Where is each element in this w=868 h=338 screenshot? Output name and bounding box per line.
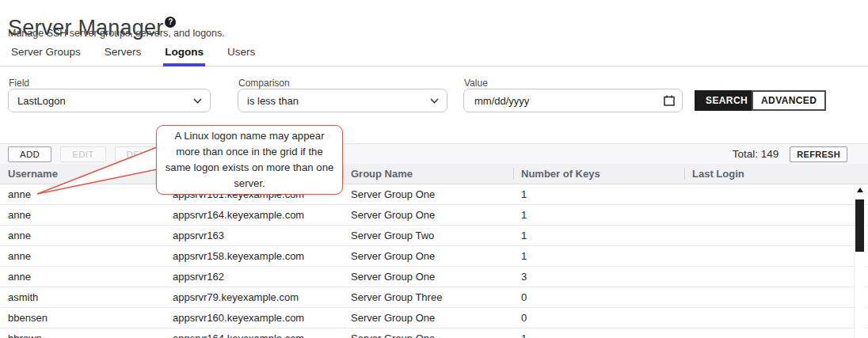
cell-group-name: Server Group Three	[343, 291, 513, 303]
table-row[interactable]: anneappsrvr163Server Group Two1	[0, 226, 868, 246]
comparison-select[interactable]: is less than	[238, 89, 447, 112]
field-label: Field	[9, 78, 29, 89]
server-manager-page: Server Manager? Manage SSH server groups…	[0, 0, 868, 338]
cell-group-name: Server Group One	[343, 188, 513, 200]
column-header-number-of-keys[interactable]: Number of Keys	[513, 168, 684, 180]
cell-number-of-keys: 0	[513, 312, 684, 324]
value-date-field[interactable]	[463, 89, 683, 112]
tab-users[interactable]: Users	[226, 46, 257, 66]
tabs: Server GroupsServersLogonsUsers	[0, 46, 868, 66]
value-label: Value	[464, 78, 488, 89]
cell-number-of-keys: 0	[513, 291, 684, 303]
table-header-row: UsernameGroup NameNumber of KeysLast Log…	[0, 164, 868, 184]
cell-number-of-keys: 1	[513, 209, 684, 221]
cell-server-name: appsrvr160.keyexample.com	[165, 312, 343, 324]
help-icon[interactable]: ?	[165, 17, 176, 28]
comparison-select-value: is less than	[247, 95, 299, 107]
cell-number-of-keys: 1	[513, 332, 684, 338]
cell-number-of-keys: 3	[513, 271, 684, 283]
cell-group-name: Server Group One	[343, 312, 513, 324]
cell-number-of-keys: 1	[513, 250, 684, 262]
cell-username: asmith	[0, 291, 165, 303]
search-button[interactable]: SEARCH	[695, 90, 759, 111]
table-row[interactable]: anneappsrvr161.keyexample.comServer Grou…	[0, 184, 868, 205]
cell-group-name: Server Group One	[343, 332, 513, 338]
chevron-down-icon	[430, 98, 439, 104]
cell-username: bbensen	[0, 312, 165, 324]
logons-table: anneappsrvr161.keyexample.comServer Grou…	[0, 184, 868, 338]
table-row[interactable]: bbrownappsrvr164.keyexample.comServer Gr…	[0, 329, 868, 338]
chevron-down-icon	[193, 98, 202, 104]
field-select-value: LastLogon	[17, 95, 66, 107]
table-row[interactable]: bbensenappsrvr160.keyexample.comServer G…	[0, 308, 868, 329]
scrollbar-up-button[interactable]	[855, 184, 865, 196]
cell-server-name: appsrvr162	[165, 271, 343, 283]
tab-servers[interactable]: Servers	[103, 46, 143, 66]
calendar-icon[interactable]	[664, 95, 675, 106]
cell-group-name: Server Group One	[343, 250, 513, 262]
refresh-button[interactable]: REFRESH	[790, 146, 847, 162]
table-row[interactable]: anneappsrvr162Server Group One3	[0, 267, 868, 287]
tab-server-groups[interactable]: Server Groups	[10, 46, 82, 66]
total-count: Total: 149	[733, 148, 779, 160]
cell-number-of-keys: 1	[513, 188, 684, 200]
tab-logons[interactable]: Logons	[163, 46, 205, 66]
cell-server-name: appsrvr79.keyexample.com	[165, 291, 343, 303]
value-date-input[interactable]	[473, 94, 664, 108]
cell-group-name: Server Group Two	[343, 230, 513, 241]
comparison-label: Comparison	[238, 78, 290, 89]
callout-text: A Linux logon name may appear more than …	[165, 128, 334, 191]
cell-username: anne	[0, 209, 165, 221]
cell-server-name: appsrvr163	[165, 230, 343, 241]
scroll-up-arrow-icon	[857, 188, 863, 192]
column-header-group-name[interactable]: Group Name	[343, 168, 513, 180]
page-subtitle: Manage SSH server groups, servers, and l…	[8, 28, 225, 39]
edit-button: EDIT	[60, 146, 105, 162]
cell-group-name: Server Group One	[343, 271, 513, 283]
cell-username: bbrown	[0, 332, 165, 338]
cell-group-name: Server Group One	[343, 209, 513, 221]
field-select[interactable]: LastLogon	[8, 89, 211, 112]
cell-server-name: appsrvr158.keyexample.com	[165, 250, 343, 262]
cell-username: anne	[0, 271, 165, 283]
scrollbar-thumb[interactable]	[855, 199, 864, 252]
cell-number-of-keys: 1	[513, 230, 684, 241]
cell-username: anne	[0, 230, 165, 241]
table-row[interactable]: anneappsrvr164.keyexample.comServer Grou…	[0, 205, 868, 226]
grid-toolbar: ADD EDIT DELETE Total: 149 REFRESH	[0, 143, 868, 164]
cell-username: anne	[0, 250, 165, 262]
table-scrollbar[interactable]	[854, 184, 865, 338]
add-button[interactable]: ADD	[8, 146, 51, 162]
cell-server-name: appsrvr164.keyexample.com	[165, 209, 343, 221]
table-row[interactable]: asmithappsrvr79.keyexample.comServer Gro…	[0, 287, 868, 308]
table-row[interactable]: anneappsrvr158.keyexample.comServer Grou…	[0, 246, 868, 267]
cell-server-name: appsrvr164.keyexample.com	[165, 332, 343, 338]
column-header-username[interactable]: Username	[0, 168, 165, 180]
advanced-button[interactable]: ADVANCED	[752, 90, 826, 111]
column-header-last-login[interactable]: Last Login	[684, 168, 868, 180]
cell-username: anne	[0, 188, 165, 200]
callout-bubble: A Linux logon name may appear more than …	[156, 125, 343, 195]
